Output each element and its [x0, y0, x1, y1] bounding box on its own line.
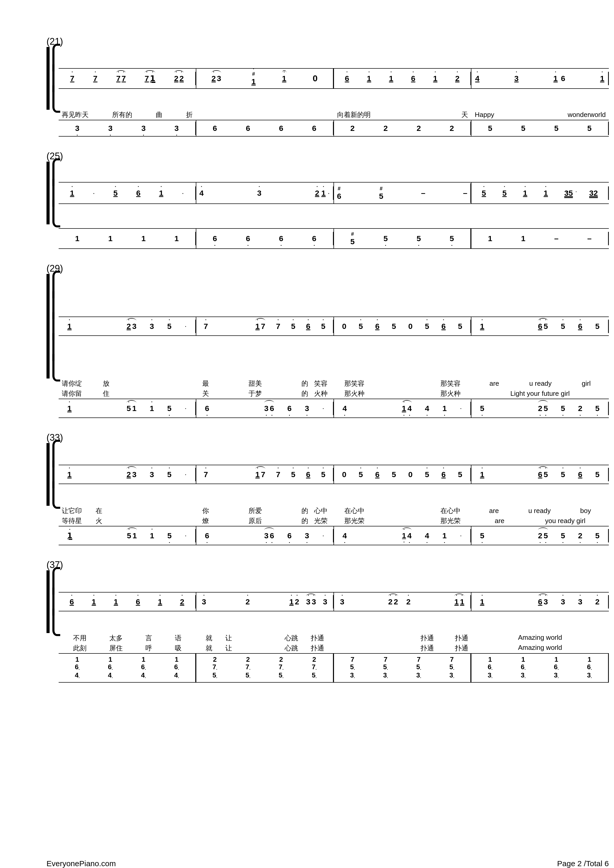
- note: 3·: [202, 597, 206, 606]
- note: 1 ·: [454, 597, 459, 606]
- bass-measure-29-2: 6· 3· 6· 6· 3· ·: [196, 402, 333, 415]
- note: 6·: [287, 531, 292, 540]
- note: 1: [132, 531, 137, 540]
- note: 4·: [342, 531, 347, 540]
- bass-measure-25-4: 1 1 – –: [471, 232, 609, 245]
- lyrics-29-2: 请你留住 关于梦的火种 那火种那火种 Light your future gir…: [59, 389, 609, 398]
- measure-37-1: 6 · 1 · 1 · 6 ·: [59, 595, 196, 609]
- note: 7 ·: [122, 74, 126, 83]
- note: 3·: [305, 531, 309, 540]
- bass-measure-21-2: 6 6 6 6: [196, 122, 333, 135]
- note: 3: [132, 322, 137, 331]
- note: 4·: [407, 404, 412, 413]
- note: 1̲ ·: [67, 531, 72, 540]
- note: 1 ·: [460, 597, 465, 606]
- note: 6 ·: [578, 322, 583, 331]
- note: 6·: [246, 234, 250, 243]
- lyrics-33-2: 等待星火 燎原后的光荣 那光荣那光荣 areyou ready girl: [59, 516, 609, 526]
- note: 6 ·: [578, 470, 583, 479]
- measure-29-1: · 1 2 · 3 3· 5·: [59, 319, 196, 333]
- note: 0: [408, 470, 413, 479]
- note: 4·: [425, 404, 429, 413]
- note: 4·: [342, 404, 347, 413]
- note: 4·: [407, 531, 412, 540]
- note: 5: [595, 322, 600, 331]
- note: 2·: [394, 597, 398, 606]
- measure-21-4: 4 · 3 · 1 · 6: [471, 72, 609, 85]
- note: #5: [379, 185, 383, 201]
- note: 1·: [443, 531, 447, 540]
- note: 1: [108, 234, 113, 243]
- chord: 1 6· 3·: [554, 656, 559, 680]
- note: 6 ·: [441, 322, 446, 331]
- note: 6 ·: [441, 470, 446, 479]
- note: 2·: [295, 597, 299, 606]
- note: 7·: [276, 470, 280, 479]
- note: 5·: [561, 322, 565, 331]
- note: 6 ·: [375, 322, 379, 331]
- note: 5·: [167, 531, 172, 540]
- brace: ⎧ ⎪ ⎩: [50, 47, 58, 110]
- bass-measure-21-4: 5 5 5 5: [471, 122, 609, 135]
- bass-measure-33-1: 1̲ · 5· 1 1· 5· ·: [59, 529, 196, 542]
- note: 2·: [388, 597, 393, 606]
- measure-25-4: · · 5 · 5 · 1 ·: [471, 186, 609, 200]
- note: 5·: [480, 404, 484, 413]
- note: 6 ·: [538, 470, 542, 479]
- note: 3·: [264, 531, 269, 540]
- note: 1 ·: [282, 74, 286, 83]
- note: 3 ·: [514, 74, 519, 83]
- section-25: (25) ⎧ ⎪ ⎩ 1 · ·: [47, 151, 609, 249]
- page-footer: EveryonePiano.com Page 2 /Total 6: [47, 859, 609, 868]
- bass-measure-37-4: 1 6· 3· 1 6· 3· 1 6· 3· 1: [471, 654, 609, 682]
- bass-measure-29-3: 4· 1 · · 4· 4· 1· ·: [334, 402, 471, 415]
- note: 1 ·: [255, 470, 260, 479]
- note: 5 ·: [482, 189, 486, 198]
- note: 6 ·: [70, 597, 74, 606]
- note: 1 ·: [480, 597, 484, 606]
- measure-33-4: 1 · 6 · 5· 5·: [471, 468, 609, 481]
- note: 6·: [213, 234, 217, 243]
- note: 3: [217, 74, 221, 83]
- bass-measure-37-1: 1 6· 4· 1 6· 4· 1 6· 4· 1: [59, 654, 196, 682]
- note: 5: [392, 470, 396, 479]
- note: 2·: [595, 597, 600, 606]
- chord: 2 7· 5·: [246, 656, 250, 680]
- note: 1: [521, 234, 525, 243]
- lyrics-37-2: 此刻屏住呼吸 就让心跳扑通 扑通扑通 Amazing world: [59, 643, 609, 653]
- note: 1·: [443, 404, 447, 413]
- measure-37-2: 3· 2· 1 · 2· 3·: [196, 595, 333, 609]
- measure-33-2: 7· 1 · 7 7· 5· 6: [196, 468, 333, 481]
- note: #1 ·: [251, 71, 256, 86]
- note: 2: [450, 124, 454, 133]
- note: 2: [350, 124, 354, 133]
- note: 5·: [561, 470, 565, 479]
- sheet-music-page: (21) ⎧ ⎪ ⎩ 7: [21, 16, 614, 868]
- note: 1 ·: [289, 597, 294, 606]
- note: 3·: [108, 124, 113, 133]
- note: 2 ·: [211, 74, 216, 83]
- note: 3·: [264, 404, 269, 413]
- note: 35: [564, 189, 573, 198]
- note: 6 ·: [136, 597, 140, 606]
- chord: 1 6· 4·: [108, 656, 113, 680]
- note: 4 ·: [475, 74, 480, 83]
- bass-row-29: 1 · 5· 1 1· 5· · 6·: [59, 398, 609, 418]
- measure-21-2: 2 · 3 #1 · 1: [196, 69, 333, 88]
- chord: 7 5· 3·: [350, 656, 355, 680]
- bass-measure-37-2: 2 7· 5· 2 7· 5· 2 7· 5· 2: [196, 654, 333, 682]
- note: 5·: [544, 531, 548, 540]
- section-29: (29) ⎧ ⎪ ⎪ ⎪ ⎩ · 1: [47, 263, 609, 418]
- note: 7 ·: [145, 74, 149, 83]
- measure-37-3: 3· 2· 2· 2· 1 ·: [334, 595, 471, 609]
- note: –: [588, 234, 592, 243]
- note: 3·: [306, 597, 311, 606]
- lyrics-33-1: 让它印在 你所爱的心中 在心中在心中 areu readyboy: [59, 506, 609, 516]
- measure-29-2: 7· 1 · 7 7· 5· 6: [196, 319, 333, 333]
- brace: ⎧ ⎪ ⎩: [50, 570, 58, 633]
- note: 5·: [321, 322, 325, 331]
- note: –: [463, 189, 468, 198]
- note: 2 ·: [455, 74, 460, 83]
- note: 6·: [270, 404, 274, 413]
- note: 1 ·: [67, 404, 72, 413]
